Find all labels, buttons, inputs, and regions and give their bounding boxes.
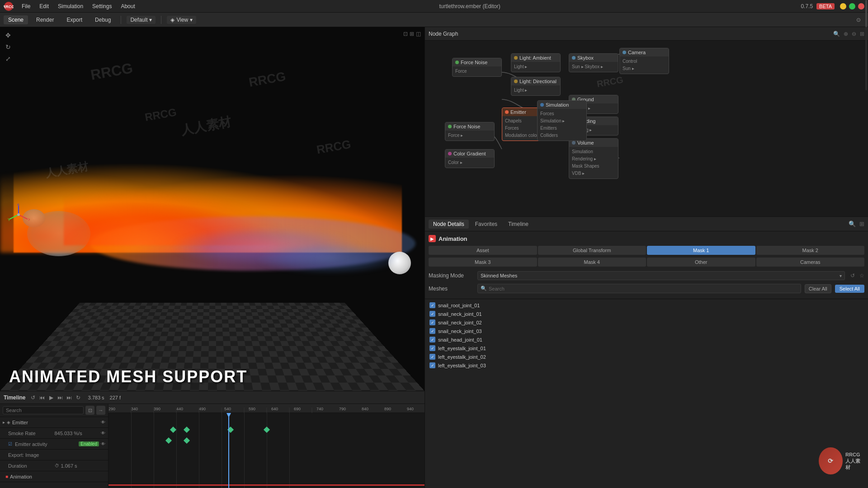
viewport-control-3[interactable]: ◫ — [416, 31, 421, 37]
keyframe-6[interactable] — [184, 437, 190, 444]
tl-end-btn[interactable]: ⏭ — [65, 394, 73, 402]
nd-tab-favorites[interactable]: Favorites — [471, 220, 502, 229]
node-graph-canvas[interactable]: RRCG 人人素材 RRCG — [425, 41, 868, 217]
viewport-icons: ✥ ↻ ⤢ — [4, 31, 13, 63]
mesh-check-5[interactable]: ✓ — [429, 345, 435, 351]
mask-btn-cameras[interactable]: Cameras — [756, 258, 865, 267]
mask-btn-mask2[interactable]: Mask 2 — [756, 246, 865, 255]
tl-eye-icon[interactable]: 👁 — [101, 420, 105, 425]
tl-play-btn[interactable]: ▶ — [47, 394, 55, 402]
tl-next-btn[interactable]: ⏭ — [56, 394, 64, 402]
node-light-directional[interactable]: Light: Directional Light ▸ — [511, 77, 561, 96]
timeline-playhead[interactable] — [228, 413, 229, 488]
timeline-current-frame: 227 f — [110, 395, 121, 400]
nd-tab-node-details[interactable]: Node Details — [429, 220, 469, 229]
mask-btn-mask3[interactable]: Mask 3 — [429, 258, 537, 267]
keyframe-2[interactable] — [184, 427, 190, 433]
timeline-track-labels: ⊡ → ▸ ◈ Emitter 👁 Smoke Rate 845.033 %/s — [0, 404, 108, 488]
tl-prev-btn[interactable]: ⏮ — [38, 394, 46, 402]
viewport-control-2[interactable]: ⊞ — [410, 31, 414, 37]
node-camera-label: Camera — [628, 50, 646, 55]
node-light-ambient[interactable]: Light: Ambient Light ▸ — [511, 53, 561, 72]
mask-btn-mask1[interactable]: Mask 1 — [647, 246, 755, 255]
tab-debug[interactable]: Debug — [90, 15, 115, 24]
minimize-button[interactable] — [840, 3, 846, 9]
rrcg-circle-logo: ⟳ — [819, 447, 843, 474]
node-volume[interactable]: Volume Simulation Rendering ▸ Mask Shape… — [569, 138, 618, 179]
maximize-button[interactable] — [849, 3, 855, 9]
ng-search-icon[interactable]: 🔍 — [833, 31, 840, 37]
mask-buttons-row-1: Asset Global Transform Mask 1 Mask 2 — [429, 246, 864, 255]
masking-mode-bookmark-icon[interactable]: ☆ — [859, 272, 864, 279]
masking-mode-dropdown[interactable]: Skinned Meshes ▾ — [477, 271, 845, 280]
node-skybox-port: Sun ▸ Skybox ▸ — [572, 63, 615, 70]
mask-btn-other[interactable]: Other — [647, 258, 755, 267]
mask-btn-asset[interactable]: Asset — [429, 246, 537, 255]
default-dropdown[interactable]: Default ▾ — [127, 16, 156, 24]
menu-about[interactable]: About — [117, 2, 138, 10]
ng-fit-icon[interactable]: ⊞ — [860, 31, 864, 37]
tab-export[interactable]: Export — [62, 15, 87, 24]
timeline-title: Timeline — [4, 394, 25, 401]
tl-reset-btn[interactable]: ↺ — [29, 394, 37, 402]
mesh-check-6[interactable]: ✓ — [429, 354, 435, 360]
svg-text:740: 740 — [316, 407, 323, 411]
window-title: turtlethrow.ember (Editor) — [141, 3, 799, 9]
mesh-check-2[interactable]: ✓ — [429, 319, 435, 325]
view-dropdown[interactable]: ◈ View ▾ — [167, 16, 196, 24]
move-tool-icon[interactable]: ✥ — [4, 31, 13, 40]
viewport-control-1[interactable]: ⊡ — [403, 31, 408, 37]
mask-btn-global-transform[interactable]: Global Transform — [538, 246, 646, 255]
viewport[interactable]: ✥ ↻ ⤢ X Y Z RRCG 人人素材 RRCG 人人素材 — [0, 27, 425, 391]
node-color-gradient[interactable]: Color Gradient Color ▸ — [445, 149, 495, 168]
timeline-clip-btn-2[interactable]: → — [96, 406, 105, 415]
menu-simulation[interactable]: Simulation — [54, 2, 87, 10]
select-all-button[interactable]: Select All — [835, 285, 864, 293]
toolbar-separator-2 — [161, 16, 161, 24]
menu-file[interactable]: File — [18, 2, 34, 10]
mesh-check-1[interactable]: ✓ — [429, 311, 435, 317]
mesh-check-3[interactable]: ✓ — [429, 328, 435, 334]
node-volume-port-sim: Simulation — [572, 148, 615, 155]
nd-tab-timeline[interactable]: Timeline — [504, 220, 533, 229]
keyframe-5[interactable] — [165, 437, 172, 444]
scale-tool-icon[interactable]: ⤢ — [4, 54, 13, 63]
timeline-search-input[interactable] — [3, 406, 84, 414]
mesh-check-0[interactable]: ✓ — [429, 302, 435, 308]
tl-smoke-eye-icon[interactable]: 👁 — [101, 431, 105, 436]
node-graph-title: Node Graph — [429, 31, 458, 37]
node-camera[interactable]: Camera Control Sun ▸ — [619, 48, 669, 74]
menu-edit[interactable]: Edit — [36, 2, 52, 10]
nd-search-icon[interactable]: 🔍 — [849, 221, 856, 227]
tl-expand-icon[interactable]: ▸ — [3, 420, 5, 425]
keyframe-4[interactable] — [264, 427, 270, 433]
grid-line-8 — [289, 413, 290, 488]
ng-zoom-out-icon[interactable]: ⊖ — [852, 31, 856, 37]
watermark-1: RRCG — [90, 60, 134, 84]
node-simulation[interactable]: Simulation Forces Simulation ▸ Emitters … — [537, 100, 587, 141]
mask-btn-mask4[interactable]: Mask 4 — [538, 258, 646, 267]
tl-export-label: Export: Image — [8, 452, 105, 458]
clear-all-button[interactable]: Clear All — [805, 284, 831, 293]
menu-settings[interactable]: Settings — [89, 2, 115, 10]
ng-zoom-in-icon[interactable]: ⊕ — [844, 31, 848, 37]
tab-render[interactable]: Render — [32, 15, 58, 24]
grid-line-2 — [154, 413, 154, 488]
menu-bar: RRCG File Edit Simulation Settings About… — [0, 0, 868, 13]
tl-loop-btn[interactable]: ↻ — [74, 394, 82, 402]
timeline-clip-btn-1[interactable]: ⊡ — [85, 406, 94, 415]
node-force-noise[interactable]: Force Noise Force — [452, 58, 502, 77]
keyframe-1[interactable] — [170, 427, 176, 433]
node-force-noise-2[interactable]: Force Noise Force ▸ — [445, 122, 495, 141]
node-skybox[interactable]: Skybox Sun ▸ Skybox ▸ — [569, 53, 618, 72]
mesh-check-4[interactable]: ✓ — [429, 337, 435, 343]
tl-activity-eye-icon[interactable]: 👁 — [101, 441, 105, 446]
mesh-search-box[interactable]: 🔍 Search — [477, 284, 801, 293]
nd-filter-icon[interactable]: ⊞ — [859, 221, 864, 227]
mesh-check-7[interactable]: ✓ — [429, 362, 435, 368]
tab-scene[interactable]: Scene — [4, 15, 28, 24]
grid-line-3 — [176, 413, 177, 488]
close-button[interactable] — [858, 3, 864, 9]
masking-mode-reset-icon[interactable]: ↺ — [850, 272, 855, 279]
rotate-tool-icon[interactable]: ↻ — [4, 42, 13, 52]
